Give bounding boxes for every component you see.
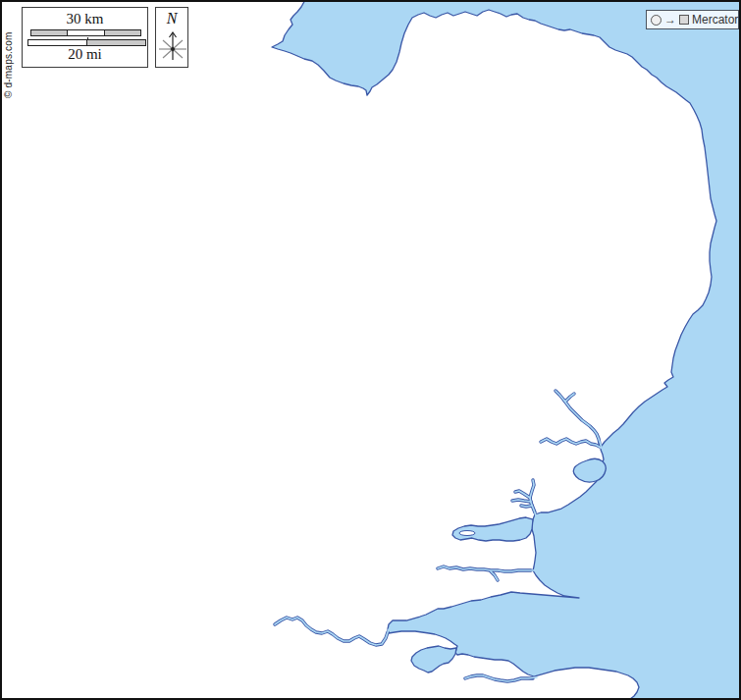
river-colne (512, 480, 536, 515)
sea-shape (272, 0, 741, 700)
compass-icon (156, 27, 189, 65)
map-page: 30 km 20 mi N → Mercator © d-ma (0, 0, 741, 700)
scale-box: 30 km 20 mi (22, 7, 148, 68)
projection-box: → Mercator (646, 10, 739, 29)
estuary-blackwater (452, 517, 533, 541)
north-label: N (156, 10, 187, 27)
projection-globe-icon (651, 15, 662, 26)
copyright-text: © d-maps.com (3, 8, 14, 98)
blackwater-island (459, 531, 475, 536)
projection-label: Mercator (692, 13, 738, 27)
scale-km-label: 30 km (23, 12, 147, 27)
scale-mi-bar (27, 39, 146, 46)
scale-km-bar (30, 29, 141, 36)
map-canvas (0, 0, 741, 700)
projection-arrow-icon: → (664, 14, 676, 26)
scale-mi-label: 20 mi (23, 47, 147, 62)
river-thames (275, 618, 389, 645)
estuary-medway (411, 646, 456, 673)
projection-plane-icon (679, 15, 689, 25)
estuary-hamford-water (573, 458, 606, 482)
river-crouch (438, 566, 535, 580)
river-stour (541, 439, 603, 449)
north-box: N (155, 7, 188, 68)
river-swale (465, 675, 537, 681)
